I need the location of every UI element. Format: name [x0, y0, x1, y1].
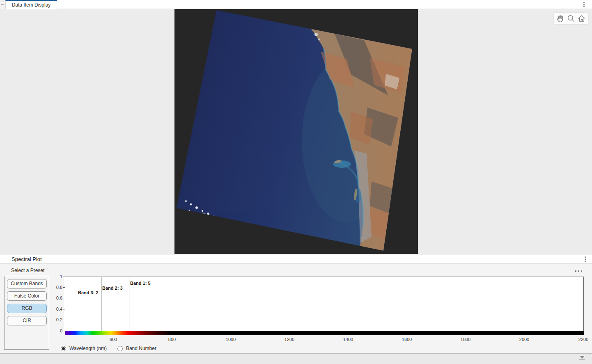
- plot-options-ellipsis-icon[interactable]: [575, 270, 582, 272]
- y-tick-0-2: 0.2: [50, 317, 62, 322]
- axes-toolbar: [553, 12, 589, 25]
- x-tick-1400: 1400: [343, 337, 353, 342]
- spectral-plot-title: Spectral Plot: [11, 256, 42, 262]
- panel-grip-icon: [1, 2, 4, 5]
- band-3-label: Band 3: 2: [78, 290, 99, 295]
- panel-grip[interactable]: [0, 0, 5, 9]
- preset-cir-button[interactable]: CIR: [7, 316, 47, 325]
- preset-false-color-button[interactable]: False Color: [7, 291, 47, 301]
- spectral-plot-menu-icon[interactable]: [584, 256, 586, 262]
- zoom-magnifier-icon[interactable]: [566, 14, 576, 23]
- x-tick-1200: 1200: [285, 337, 294, 342]
- select-a-preset-label: Select a Preset: [11, 268, 44, 273]
- x-tick-800: 800: [168, 337, 176, 342]
- x-tick-1800: 1800: [461, 337, 470, 342]
- band-2-label: Band 2: 3: [102, 286, 123, 291]
- home-icon[interactable]: [577, 14, 587, 23]
- y-tick-0-4: 0.4: [50, 307, 62, 311]
- data-item-display-panel: [0, 9, 592, 254]
- tab-data-item-display[interactable]: Data Item Display: [5, 0, 57, 9]
- tab-bar: Data Item Display: [0, 0, 592, 9]
- spectral-plot-header: Spectral Plot: [0, 254, 592, 264]
- x-tick-2000: 2000: [519, 337, 529, 342]
- satellite-image-canvas[interactable]: [174, 9, 418, 254]
- x-tick-1000: 1000: [226, 337, 236, 342]
- x-axis-mode-radio-group: Wavelength (nm) Band Number: [61, 345, 164, 352]
- band-1-label: Band 1: 5: [130, 281, 151, 286]
- band-3-marker-line[interactable]: [77, 277, 77, 331]
- preset-button-group: Custom Bands False Color RGB CIR: [4, 276, 49, 350]
- x-tick-1600: 1600: [402, 337, 412, 342]
- satellite-image: [174, 9, 418, 254]
- collapse-panel-icon[interactable]: [579, 356, 585, 360]
- preset-rgb-button[interactable]: RGB: [7, 304, 47, 313]
- y-tick-0: 0: [50, 328, 62, 333]
- tab-bar-menu-icon[interactable]: [583, 2, 585, 7]
- band-selection-plot[interactable]: Band 3: 2 Band 2: 3 Band 1: 5: [65, 277, 584, 331]
- pan-hand-icon[interactable]: [555, 14, 565, 23]
- hyperspectral-viewer-app: Data Item Display: [0, 0, 592, 364]
- y-tick-1: 1: [50, 274, 62, 279]
- preset-custom-bands-button[interactable]: Custom Bands: [7, 279, 47, 288]
- band-number-radio[interactable]: [117, 346, 123, 351]
- wavelength-radio[interactable]: [61, 346, 66, 351]
- band-number-radio-label[interactable]: Band Number: [126, 346, 156, 351]
- spectral-plot-panel: Spectral Plot Select a Preset Custom Ban…: [0, 254, 592, 353]
- y-tick-0-6: 0.6: [50, 295, 62, 300]
- band-1-marker-line[interactable]: [129, 277, 129, 331]
- wavelength-spectrum-colorbar: [65, 331, 584, 335]
- x-tick-600: 600: [110, 337, 117, 342]
- band-2-marker-line[interactable]: [101, 277, 101, 331]
- wavelength-radio-label[interactable]: Wavelength (nm): [69, 346, 107, 351]
- x-tick-2200: 2200: [578, 337, 588, 342]
- bottom-status-bar: [0, 353, 592, 364]
- y-tick-0-8: 0.8: [50, 285, 62, 290]
